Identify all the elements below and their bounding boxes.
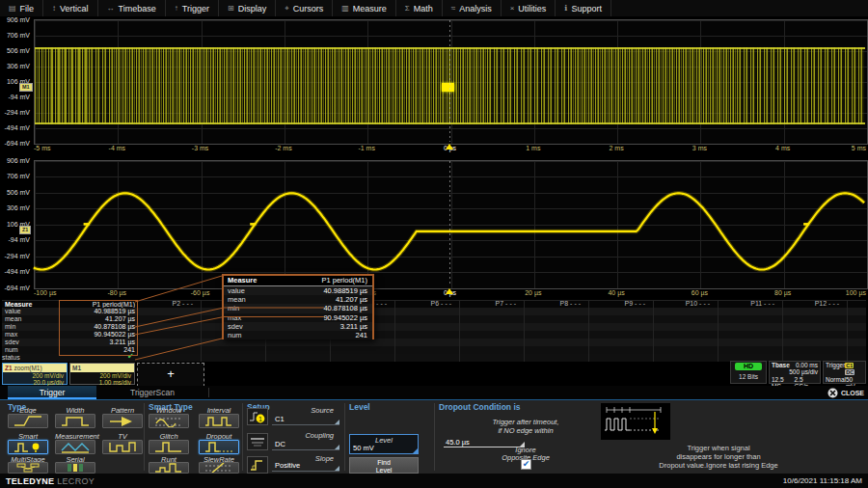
measure-icon: ▥ <box>341 4 349 13</box>
dropout-highlight <box>442 83 454 92</box>
popup-header-p1: P1 period(M1) <box>321 276 367 285</box>
pattern-icon <box>106 415 139 427</box>
popup-row: max90.945022 µs <box>224 313 372 322</box>
interval-icon <box>203 415 235 427</box>
serial-type-button[interactable] <box>55 462 95 474</box>
source-channel-icon[interactable]: 1 <box>247 408 268 425</box>
coupling-value: DC <box>275 440 285 448</box>
add-trace-button[interactable]: + <box>137 363 204 387</box>
menu-label: Utilities <box>518 4 546 14</box>
parameter-column-header[interactable]: P10 - - - <box>652 300 710 308</box>
trigger-marker-icon[interactable] <box>446 144 453 149</box>
slope-icon <box>248 457 267 473</box>
parameter-column-header[interactable]: P8 - - - <box>523 300 581 308</box>
measurement-type-button[interactable] <box>55 440 95 454</box>
voltage-axis-label: -94 mV <box>0 236 30 243</box>
timebase-box[interactable]: Tbase0.00 ms 500 µs/div 12.5 MS2.5 GS/s <box>769 361 821 384</box>
zoom-waveform-grid[interactable] <box>34 160 868 289</box>
menu-analysis[interactable]: ≈Analysis <box>443 0 502 16</box>
menu-cursors[interactable]: ⌖Cursors <box>276 0 333 16</box>
z1-descriptor[interactable]: Z1 zoom(M1) 200 mV/div20.0 µs/div <box>2 363 68 385</box>
runt-smart-button[interactable] <box>149 462 189 474</box>
pattern-type-button[interactable] <box>102 414 143 428</box>
interval-smart-button[interactable] <box>199 414 239 428</box>
serial-icon <box>59 463 92 473</box>
slope-value: Positive <box>275 461 300 470</box>
slope-icon-button[interactable] <box>247 456 268 474</box>
menu-timebase[interactable]: ↔Timebase <box>98 0 166 16</box>
voltage-axis-label: 506 mV <box>0 47 30 54</box>
popup-header-measure: Measure <box>228 276 257 285</box>
menu-display[interactable]: ⊞Display <box>219 0 276 16</box>
z1-tdiv: 20.0 µs/div <box>6 379 64 386</box>
row-label: min <box>228 304 239 312</box>
source-dropdown[interactable]: Source C1 <box>272 406 339 425</box>
channel1-icon: 1 <box>248 409 267 424</box>
menu-math[interactable]: ΣMath <box>396 0 443 16</box>
menu-label: Measure <box>353 4 387 14</box>
dropout-prompt-line2: if NO edge within <box>439 426 612 435</box>
dropout-section-title: Dropout Condition is <box>439 402 521 412</box>
dropout-smart-button[interactable] <box>199 440 239 454</box>
p1-column-highlight[interactable] <box>59 300 138 356</box>
m1-trace-tag[interactable]: M1 <box>19 83 33 92</box>
find-level-button[interactable]: Find Level <box>349 457 419 474</box>
trigger-time-line <box>449 20 450 142</box>
z1-trace-tag[interactable]: Z1 <box>19 226 31 234</box>
dropout-desc-line3: Dropout value.Ignore last rising Edge <box>574 461 863 470</box>
slewrate-smart-button[interactable] <box>199 462 239 474</box>
parameter-column-header[interactable]: P6 - - - <box>393 300 451 308</box>
vertical-icon: ↕ <box>52 4 56 13</box>
glitch-smart-button[interactable] <box>149 440 189 454</box>
ignore-opposite-edge-checkbox[interactable]: ✔ <box>521 459 531 470</box>
time-axis-label: -100 µs <box>34 289 57 296</box>
close-dialog-button[interactable]: CLOSE <box>827 387 864 398</box>
tab-triggerscan[interactable]: TriggerScan <box>100 386 204 399</box>
parameter-column-header[interactable]: P12 - - - <box>781 300 839 308</box>
multistage-type-button[interactable] <box>8 462 48 474</box>
menu-measure[interactable]: ▥Measure <box>333 0 396 16</box>
menu-bar: ▤File ↕Vertical ↔Timebase ↑Trigger ⊞Disp… <box>0 0 868 16</box>
width-type-button[interactable] <box>55 414 95 428</box>
popup-row: sdev3.211 µs <box>224 322 372 331</box>
status-bar: TELEDYNE LECROY 10/6/2021 11:15:18 AM <box>0 474 868 488</box>
tv-type-button[interactable] <box>102 440 143 454</box>
menu-utilities[interactable]: ×Utilities <box>502 0 556 16</box>
voltage-axis-label: -294 mV <box>0 109 30 116</box>
slope-dropdown[interactable]: Slope Positive <box>272 454 339 472</box>
menu-vertical[interactable]: ↕Vertical <box>43 0 98 16</box>
m1-descriptor-title: M1 <box>70 364 134 372</box>
voltage-axis-label: -694 mV <box>0 285 30 291</box>
row-label: sdev <box>228 322 243 331</box>
hd-mode-box[interactable]: HD 12 Bits <box>730 361 767 384</box>
parameter-column-header[interactable]: P11 - - - <box>717 300 774 308</box>
measure-popup: Measure P1 period(M1) value40.988519 µs … <box>222 274 374 339</box>
level-input[interactable]: Level 50 mV <box>349 434 419 454</box>
time-axis-label: -4 ms <box>109 145 126 151</box>
time-axis-label: -60 µs <box>191 289 210 296</box>
m1-descriptor[interactable]: M1 200 mV/div1.00 ms/div <box>69 363 135 385</box>
level-field-value: 50 mV <box>353 444 374 452</box>
edge-type-button[interactable] <box>8 414 48 428</box>
coupling-label: Coupling <box>305 431 334 440</box>
coupling-dropdown[interactable]: Coupling DC <box>272 431 339 450</box>
smart-type-button[interactable] <box>8 440 48 454</box>
menu-trigger[interactable]: ↑Trigger <box>166 0 219 16</box>
menu-file[interactable]: ▤File <box>0 0 43 16</box>
tab-trigger[interactable]: Trigger <box>8 386 96 399</box>
teledyne-lecroy-logo: TELEDYNE LECROY <box>6 476 95 486</box>
parameter-column-header[interactable]: P7 - - - <box>458 300 516 308</box>
parameter-column-header[interactable]: P9 - - - <box>587 300 645 308</box>
window-smart-button[interactable] <box>149 414 189 428</box>
row-label: num <box>5 346 18 354</box>
trigger-info-box[interactable]: TriggerC1 DC Normal50 mV DropoutPos <box>823 361 866 384</box>
smart-icon <box>12 441 44 453</box>
menu-support[interactable]: ℹSupport <box>556 0 611 16</box>
trigger-marker-icon[interactable] <box>446 288 453 294</box>
datetime: 10/6/2021 11:15:18 AM <box>783 476 862 485</box>
popup-row: value40.988519 µs <box>224 286 372 295</box>
parameter-column-header[interactable]: P2 - - - <box>135 300 193 308</box>
timebase-icon: ↔ <box>107 4 115 13</box>
row-value: 90.945022 µs <box>323 313 367 322</box>
coupling-icon-button[interactable] <box>247 433 268 450</box>
